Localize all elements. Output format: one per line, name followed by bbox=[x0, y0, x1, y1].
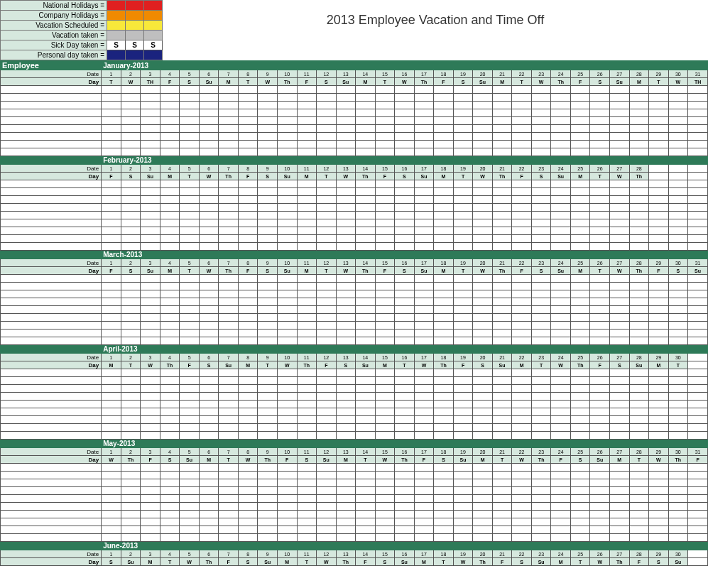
schedule-cell[interactable] bbox=[492, 369, 512, 377]
schedule-cell[interactable] bbox=[649, 196, 669, 204]
schedule-cell[interactable] bbox=[317, 298, 337, 306]
schedule-cell[interactable] bbox=[590, 141, 610, 148]
schedule-cell[interactable] bbox=[336, 298, 356, 306]
schedule-cell[interactable] bbox=[160, 322, 180, 330]
schedule-cell[interactable] bbox=[414, 117, 434, 125]
schedule-cell[interactable] bbox=[375, 298, 395, 306]
schedule-cell[interactable] bbox=[512, 393, 532, 401]
schedule-cell[interactable] bbox=[160, 235, 180, 243]
schedule-cell[interactable] bbox=[610, 94, 630, 102]
schedule-cell[interactable] bbox=[531, 518, 551, 526]
schedule-cell[interactable] bbox=[629, 102, 649, 109]
schedule-cell[interactable] bbox=[199, 472, 219, 479]
schedule-cell[interactable] bbox=[551, 503, 571, 511]
schedule-cell[interactable] bbox=[434, 275, 454, 283]
schedule-cell[interactable] bbox=[649, 369, 669, 377]
schedule-cell[interactable] bbox=[414, 133, 434, 141]
schedule-cell[interactable] bbox=[356, 275, 376, 283]
schedule-cell[interactable] bbox=[434, 148, 454, 156]
schedule-cell[interactable] bbox=[414, 511, 434, 518]
schedule-cell[interactable] bbox=[277, 408, 297, 416]
schedule-cell[interactable] bbox=[668, 148, 688, 156]
schedule-cell[interactable] bbox=[102, 188, 121, 196]
schedule-cell[interactable] bbox=[141, 102, 160, 109]
schedule-cell[interactable] bbox=[395, 511, 415, 518]
schedule-cell[interactable] bbox=[590, 290, 610, 298]
schedule-cell[interactable] bbox=[219, 148, 239, 156]
schedule-cell[interactable] bbox=[277, 369, 297, 377]
schedule-cell[interactable] bbox=[649, 511, 669, 518]
schedule-cell[interactable] bbox=[610, 424, 630, 432]
schedule-cell[interactable] bbox=[531, 432, 551, 440]
schedule-cell[interactable] bbox=[395, 416, 415, 424]
schedule-cell[interactable] bbox=[180, 393, 200, 401]
schedule-cell[interactable] bbox=[141, 275, 160, 283]
schedule-cell[interactable] bbox=[277, 503, 297, 511]
schedule-cell[interactable] bbox=[238, 148, 258, 156]
schedule-cell[interactable] bbox=[590, 283, 610, 290]
schedule-cell[interactable] bbox=[610, 472, 630, 479]
schedule-cell[interactable] bbox=[512, 125, 532, 133]
schedule-cell[interactable] bbox=[121, 322, 141, 330]
schedule-cell[interactable] bbox=[336, 385, 356, 393]
schedule-cell[interactable] bbox=[453, 243, 473, 251]
schedule-cell[interactable] bbox=[375, 227, 395, 235]
schedule-cell[interactable] bbox=[199, 306, 219, 314]
schedule-cell[interactable] bbox=[102, 204, 121, 212]
schedule-cell[interactable] bbox=[180, 518, 200, 526]
schedule-cell[interactable] bbox=[629, 495, 649, 503]
schedule-cell[interactable] bbox=[258, 102, 278, 109]
schedule-cell[interactable] bbox=[570, 322, 590, 330]
schedule-cell[interactable] bbox=[258, 495, 278, 503]
schedule-cell[interactable] bbox=[610, 133, 630, 141]
schedule-cell[interactable] bbox=[414, 479, 434, 487]
schedule-cell[interactable] bbox=[356, 290, 376, 298]
schedule-cell[interactable] bbox=[473, 472, 493, 479]
schedule-cell[interactable] bbox=[610, 401, 630, 408]
employee-name-cell[interactable] bbox=[1, 369, 102, 377]
schedule-cell[interactable] bbox=[570, 298, 590, 306]
schedule-cell[interactable] bbox=[531, 204, 551, 212]
schedule-cell[interactable] bbox=[238, 298, 258, 306]
schedule-cell[interactable] bbox=[492, 188, 512, 196]
schedule-cell[interactable] bbox=[277, 472, 297, 479]
schedule-cell[interactable] bbox=[277, 298, 297, 306]
schedule-cell[interactable] bbox=[102, 526, 121, 534]
schedule-cell[interactable] bbox=[395, 243, 415, 251]
schedule-cell[interactable] bbox=[238, 464, 258, 472]
schedule-cell[interactable] bbox=[297, 369, 317, 377]
schedule-cell[interactable] bbox=[317, 511, 337, 518]
schedule-cell[interactable] bbox=[297, 306, 317, 314]
schedule-cell[interactable] bbox=[492, 416, 512, 424]
schedule-cell[interactable] bbox=[414, 472, 434, 479]
schedule-cell[interactable] bbox=[238, 322, 258, 330]
schedule-cell[interactable] bbox=[610, 290, 630, 298]
schedule-cell[interactable] bbox=[590, 464, 610, 472]
schedule-cell[interactable] bbox=[414, 196, 434, 204]
schedule-cell[interactable] bbox=[141, 393, 160, 401]
schedule-cell[interactable] bbox=[512, 314, 532, 322]
schedule-cell[interactable] bbox=[258, 518, 278, 526]
schedule-cell[interactable] bbox=[238, 196, 258, 204]
schedule-cell[interactable] bbox=[629, 196, 649, 204]
schedule-cell[interactable] bbox=[258, 133, 278, 141]
schedule-cell[interactable] bbox=[688, 377, 708, 385]
schedule-cell[interactable] bbox=[395, 125, 415, 133]
schedule-cell[interactable] bbox=[258, 212, 278, 219]
schedule-cell[interactable] bbox=[356, 243, 376, 251]
schedule-cell[interactable] bbox=[551, 243, 571, 251]
schedule-cell[interactable] bbox=[199, 86, 219, 94]
schedule-cell[interactable] bbox=[531, 94, 551, 102]
schedule-cell[interactable] bbox=[453, 424, 473, 432]
employee-name-cell[interactable] bbox=[1, 94, 102, 102]
schedule-cell[interactable] bbox=[649, 337, 669, 345]
schedule-cell[interactable] bbox=[512, 196, 532, 204]
schedule-cell[interactable] bbox=[531, 534, 551, 542]
schedule-cell[interactable] bbox=[219, 322, 239, 330]
schedule-cell[interactable] bbox=[336, 148, 356, 156]
schedule-cell[interactable] bbox=[277, 424, 297, 432]
schedule-cell[interactable] bbox=[688, 148, 708, 156]
schedule-cell[interactable] bbox=[141, 314, 160, 322]
schedule-cell[interactable] bbox=[688, 369, 708, 377]
schedule-cell[interactable] bbox=[629, 385, 649, 393]
